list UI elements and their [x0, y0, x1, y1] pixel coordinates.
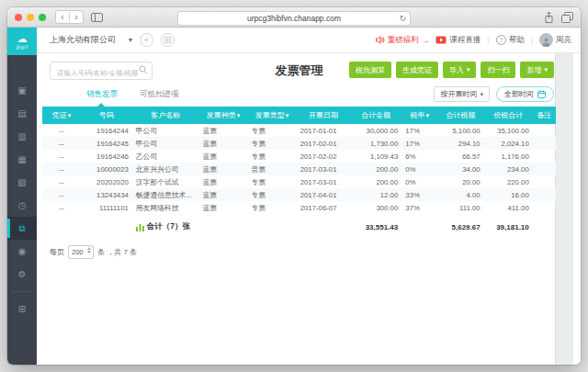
- summary-cell: 39,181.10: [484, 223, 533, 231]
- sidebar-item-settings[interactable]: ⚙: [7, 263, 37, 286]
- table-cell: 17%: [401, 140, 437, 148]
- promo-link[interactable]: 重磅福利 →: [376, 35, 430, 46]
- sidebar-item-salary[interactable]: ◉: [7, 240, 37, 263]
- table-cell: 畅捷通信息技术...: [132, 190, 199, 200]
- refresh-icon[interactable]: ↻: [399, 14, 406, 23]
- sidebar-item-home[interactable]: ▣: [7, 79, 37, 102]
- back-icon[interactable]: ‹: [56, 12, 69, 22]
- table-row[interactable]: --10000023北京兴兴公司蓝票普票2017-03-01200.000%34…: [42, 163, 556, 175]
- zoom-window-button[interactable]: [39, 14, 46, 21]
- table-cell: 111.00: [437, 204, 483, 212]
- column-header[interactable]: 号码: [81, 110, 132, 120]
- app-logo[interactable]: ☁ 好会计: [7, 28, 37, 55]
- speaker-icon: [376, 36, 385, 44]
- live-course-link[interactable]: 课程直播: [435, 35, 481, 46]
- table-cell: 蓝票: [198, 203, 247, 213]
- tax-measure-button-label: 税负测算: [356, 65, 385, 75]
- table-cell: 专票: [248, 190, 297, 200]
- table-row[interactable]: --13243434畅捷通信息技术...蓝票专票2017-04-0112.003…: [42, 188, 556, 201]
- sidebar-item-fund[interactable]: ▧: [7, 171, 37, 194]
- forward-icon[interactable]: ›: [69, 12, 83, 22]
- table-cell: 30,000.00: [350, 127, 401, 135]
- minimize-window-button[interactable]: [27, 14, 34, 21]
- total-count-label: 条 ，共 7 条: [97, 247, 137, 257]
- sidebar-item-invoice[interactable]: ⧉: [7, 217, 37, 240]
- invoice-icon: ⧉: [18, 223, 25, 234]
- table-cell: 4.00: [437, 191, 483, 199]
- table-cell: 6%: [401, 152, 437, 161]
- sort-caret-icon: ▾: [286, 112, 289, 118]
- user-name: 周亮: [556, 35, 571, 46]
- table-row[interactable]: --19164244甲公司蓝票专票2017-01-0130,000.0017%5…: [42, 124, 556, 137]
- column-header[interactable]: 凭证▾: [42, 110, 81, 120]
- table-cell: 1,109.43: [350, 152, 401, 161]
- tabs-row: 销售发票可抵扣进项 按开票时间 ▾ 全部时间: [42, 86, 556, 107]
- sidebar-item-voucher[interactable]: ▤: [7, 102, 37, 125]
- help-link[interactable]: ? 帮助: [496, 35, 525, 46]
- column-header[interactable]: 价税合计: [484, 110, 533, 120]
- app-logo-label: 好会计: [16, 44, 28, 49]
- sidebar-item-journal[interactable]: ◷: [7, 194, 37, 217]
- column-header[interactable]: 合计金额: [350, 110, 401, 120]
- sidebar-menu: ▣▤▥▦▧◷⧉◉⚙: [7, 79, 37, 286]
- column-header[interactable]: 税率▾: [401, 110, 437, 120]
- chevron-down-icon: ▾: [129, 36, 132, 44]
- table-cell: 专票: [248, 177, 297, 187]
- voucher-icon: ▤: [17, 108, 26, 118]
- right-gutter: [555, 53, 573, 365]
- address-bar[interactable]: urpcg3hibfvn.chanapp.com ↻: [177, 11, 411, 26]
- share-icon[interactable]: [544, 11, 554, 23]
- sort-by-date-button[interactable]: 按开票时间 ▾: [434, 86, 490, 102]
- table-cell: 220.00: [484, 178, 533, 186]
- avatar: [539, 33, 553, 47]
- tabs-overview-icon[interactable]: [561, 12, 573, 23]
- column-header[interactable]: 客户名称: [132, 110, 199, 120]
- user-menu[interactable]: 周亮: [539, 33, 571, 47]
- table-cell: 2017-04-01: [297, 191, 351, 199]
- table-cell: 16.00: [484, 191, 533, 199]
- time-range-button[interactable]: 全部时间: [496, 86, 554, 102]
- table-cell: 2017-03-01: [297, 165, 351, 174]
- table-cell: 200.00: [350, 165, 401, 174]
- per-page-input[interactable]: 200: [68, 245, 94, 259]
- table-cell: 蓝票: [198, 190, 247, 200]
- table-cell: 蓝票: [198, 164, 247, 175]
- apps-grid-button[interactable]: ⊞: [161, 33, 175, 47]
- table-cell: 2017-02-02: [297, 152, 351, 161]
- company-selector[interactable]: 上海允动有限公司 ▾: [50, 34, 132, 46]
- table-cell: --: [42, 152, 81, 161]
- table-cell: 17%: [401, 127, 437, 135]
- sidebar-divider: [12, 291, 32, 292]
- import-button[interactable]: 导入▾: [443, 62, 477, 78]
- scan-button[interactable]: 扫一扫: [481, 62, 515, 78]
- column-header[interactable]: 发票种类▾: [198, 110, 247, 120]
- table-cell: 2017-01-01: [297, 127, 351, 135]
- column-header[interactable]: 合计税额: [437, 110, 483, 120]
- tab-deductible-input[interactable]: 可抵扣进项: [140, 89, 179, 100]
- sidebar-item-apps[interactable]: ⊞: [7, 298, 37, 321]
- per-page-stepper[interactable]: [87, 247, 91, 254]
- table-cell: --: [42, 165, 81, 174]
- tax-measure-button[interactable]: 税负测算: [349, 62, 391, 78]
- sidebar-item-report[interactable]: ▦: [7, 148, 37, 171]
- table-row[interactable]: --19164246乙公司蓝票专票2017-02-021,109.436%66.…: [42, 150, 556, 163]
- add-account-button[interactable]: +: [140, 33, 153, 47]
- column-header[interactable]: 开票日期: [297, 110, 351, 120]
- close-window-button[interactable]: [15, 14, 22, 21]
- generate-voucher-button[interactable]: 生成凭证: [396, 62, 438, 78]
- active-tab-notch: [97, 103, 105, 107]
- add-button[interactable]: 新增▾: [520, 62, 554, 78]
- column-header[interactable]: 备注: [533, 110, 556, 120]
- sidebar-item-ledger[interactable]: ▥: [7, 125, 37, 148]
- tab-sales-invoice[interactable]: 销售发票: [86, 89, 118, 100]
- fund-icon: ▧: [17, 177, 26, 187]
- chevron-down-icon: ▾: [480, 91, 483, 98]
- sidebar-toggle-icon[interactable]: [91, 13, 103, 22]
- table-row[interactable]: --20202020汉字那个试试蓝票专票2017-03-01200.000%20…: [42, 175, 556, 188]
- table-row[interactable]: --11111101用友网络科技蓝票专票2017-06-07300.0037%1…: [42, 201, 556, 214]
- table-cell: 蓝票: [198, 126, 247, 136]
- column-header[interactable]: 发票类型▾: [248, 110, 297, 120]
- table-cell: 1,176.00: [484, 152, 533, 161]
- table-row[interactable]: --19164245甲公司蓝票专票2017-02-011,730.0017%29…: [42, 137, 556, 150]
- table-cell: 19164246: [81, 152, 132, 161]
